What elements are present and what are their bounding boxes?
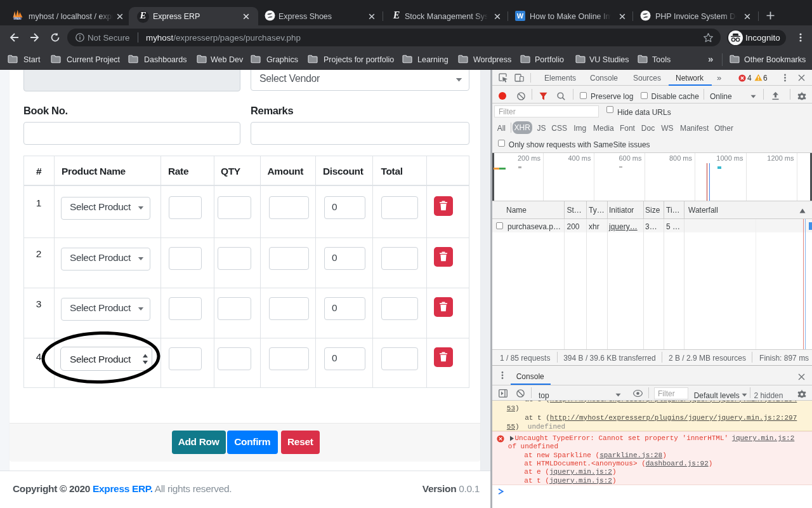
svg-text:PMA: PMA [15, 17, 22, 20]
svg-text:W: W [517, 12, 524, 20]
